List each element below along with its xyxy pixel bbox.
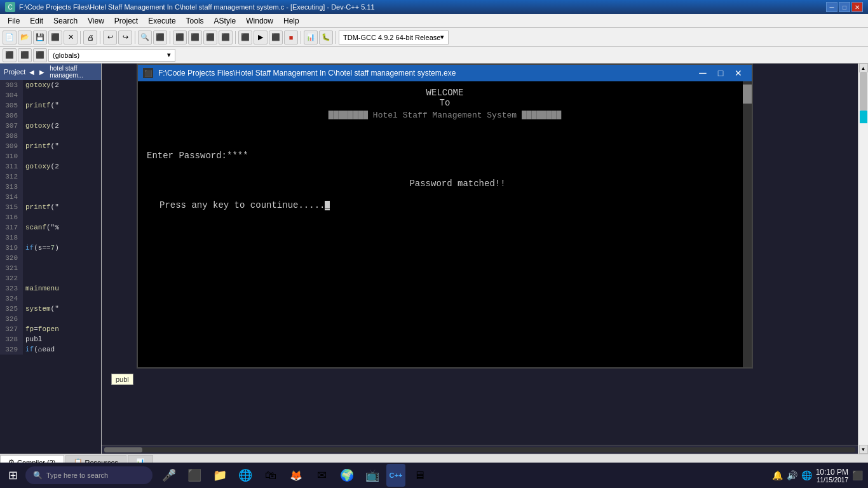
code-line-307: 307gotoxy(2 bbox=[0, 121, 101, 131]
profile-icon[interactable]: 📊 bbox=[304, 30, 318, 44]
find-icon[interactable]: 🔍 bbox=[138, 30, 152, 44]
menu-file[interactable]: File bbox=[3, 14, 25, 27]
new-file-icon[interactable]: 📄 bbox=[3, 30, 17, 44]
console-minimize-btn[interactable]: ─ bbox=[695, 67, 711, 79]
run-icon[interactable]: ▶ bbox=[254, 30, 268, 44]
taskbar-app-edge[interactable]: 🌐 bbox=[234, 464, 257, 487]
taskbar-app-mail[interactable]: ✉ bbox=[310, 464, 333, 487]
notification-icon[interactable]: 🔔 bbox=[772, 470, 783, 480]
scroll-down-arrow[interactable]: ▼ bbox=[859, 445, 868, 454]
open-file-icon[interactable]: 📂 bbox=[18, 30, 32, 44]
watch-icon[interactable]: ⬛ bbox=[33, 48, 47, 62]
console-close-btn[interactable]: ✕ bbox=[730, 67, 747, 79]
console-app-icon: ⬛ bbox=[143, 68, 153, 78]
action-center-icon[interactable]: ⬛ bbox=[852, 470, 863, 480]
close-button[interactable]: ✕ bbox=[851, 2, 863, 12]
menu-window[interactable]: Window bbox=[241, 14, 278, 27]
taskbar-app-store[interactable]: 🛍 bbox=[259, 464, 282, 487]
start-button[interactable]: ⊞ bbox=[0, 463, 25, 488]
project-label: Project bbox=[4, 68, 25, 76]
taskbar-app-media[interactable]: 📺 bbox=[361, 464, 384, 487]
toggle2-icon[interactable]: ⬛ bbox=[219, 30, 233, 44]
code-line-310: 310 bbox=[0, 151, 101, 161]
debug-toggle-icon[interactable]: ⬛ bbox=[18, 48, 32, 62]
code-line-317: 317scanf("% bbox=[0, 222, 101, 233]
taskbar-app-explorer[interactable]: 📁 bbox=[208, 464, 231, 487]
taskbar-app-firefox[interactable]: 🦊 bbox=[285, 464, 308, 487]
globals-dropdown-arrow: ▾ bbox=[167, 51, 171, 59]
scroll-track[interactable] bbox=[860, 72, 867, 445]
secondary-toolbar: ⬛ ⬛ ⬛ (globals) ▾ bbox=[0, 47, 868, 64]
taskbar-app-devpp[interactable]: C++ bbox=[386, 464, 405, 487]
volume-icon[interactable]: 🔊 bbox=[787, 470, 797, 480]
undo-icon[interactable]: ↩ bbox=[103, 30, 117, 44]
code-line-309: 309printf(" bbox=[0, 141, 101, 151]
code-line-321: 321 bbox=[0, 263, 101, 273]
menu-view[interactable]: View bbox=[83, 14, 109, 27]
scroll-up-arrow[interactable]: ▲ bbox=[859, 64, 868, 72]
class-browser-icon[interactable]: ⬛ bbox=[3, 48, 17, 62]
toolbar-sep-7 bbox=[336, 31, 336, 44]
console-welcome-1: WELCOME To ████████ Hotel Staff Manageme… bbox=[147, 88, 743, 120]
clock-time: 10:10 PM bbox=[816, 468, 848, 477]
taskbar-app-cortana[interactable]: 🎤 bbox=[158, 464, 180, 487]
taskbar-right: 🔔 🔊 🌐 10:10 PM 11/15/2017 ⬛ bbox=[772, 468, 868, 484]
menu-edit[interactable]: Edit bbox=[25, 14, 48, 27]
compile-run-icon[interactable]: ⬛ bbox=[269, 30, 283, 44]
code-line-329: 329if(⌂ead bbox=[0, 344, 101, 355]
compile-icon[interactable]: ⬛ bbox=[238, 30, 252, 44]
menu-project[interactable]: Project bbox=[109, 14, 143, 27]
editor-hscroll[interactable] bbox=[102, 445, 858, 454]
replace-icon[interactable]: ⬛ bbox=[153, 30, 167, 44]
taskbar-apps: 🎤 ⬛ 📁 🌐 🛍 🦊 ✉ 🌍 📺 C++ 🖥 bbox=[158, 464, 772, 487]
code-line-304: 304 bbox=[0, 90, 101, 100]
console-scrollbar[interactable] bbox=[743, 81, 752, 367]
code-area-left: 303gotoxy(2 304 305printf(" 306 307gotox… bbox=[0, 80, 101, 454]
welcome-line1: WELCOME bbox=[147, 88, 743, 98]
debug-icon[interactable]: 🐛 bbox=[319, 30, 333, 44]
menu-astyle[interactable]: AStyle bbox=[209, 14, 241, 27]
network-icon[interactable]: 🌐 bbox=[801, 470, 812, 480]
menu-execute[interactable]: Execute bbox=[143, 14, 180, 27]
toggle-icon[interactable]: ⬛ bbox=[203, 30, 217, 44]
taskbar: ⊞ 🔍 Type here to search 🎤 ⬛ 📁 🌐 🛍 🦊 ✉ 🌍 … bbox=[0, 463, 868, 488]
project-nav-right[interactable]: ▶ bbox=[38, 69, 46, 76]
code-line-324: 324 bbox=[0, 294, 101, 304]
welcome-line2: To bbox=[147, 98, 743, 108]
code-line-320: 320 bbox=[0, 253, 101, 263]
indent-icon[interactable]: ⬛ bbox=[173, 30, 187, 44]
code-line-325: 325system(" bbox=[0, 304, 101, 314]
stop-icon[interactable]: ■ bbox=[284, 30, 298, 44]
close-icon[interactable]: ✕ bbox=[64, 30, 78, 44]
unindent-icon[interactable]: ⬛ bbox=[188, 30, 202, 44]
taskbar-app-taskview[interactable]: ⬛ bbox=[183, 464, 206, 487]
welcome-line3: ████████ Hotel Staff Management System █… bbox=[147, 111, 743, 120]
project-nav-left[interactable]: ◀ bbox=[28, 69, 36, 76]
console-title-bar: ⬛ F:\Code Projects Files\Hotel Staff Man… bbox=[138, 65, 752, 81]
clock[interactable]: 10:10 PM 11/15/2017 bbox=[816, 468, 848, 484]
console-maximize-btn[interactable]: □ bbox=[712, 67, 729, 79]
taskbar-app-chrome[interactable]: 🌍 bbox=[336, 464, 358, 487]
console-press-key: Press any key to countinue....._ bbox=[147, 200, 743, 210]
menu-tools[interactable]: Tools bbox=[181, 14, 209, 27]
maximize-button[interactable]: □ bbox=[839, 2, 850, 12]
code-line-308: 308 bbox=[0, 131, 101, 141]
toolbar-sep-5 bbox=[235, 31, 236, 44]
cursor-blink: _ bbox=[325, 201, 330, 210]
menu-help[interactable]: Help bbox=[278, 14, 304, 27]
code-line-314: 314 bbox=[0, 192, 101, 202]
code-line-313: 313 bbox=[0, 182, 101, 192]
save-icon[interactable]: 💾 bbox=[33, 30, 47, 44]
globals-dropdown[interactable]: (globals) ▾ bbox=[48, 49, 175, 62]
project-filename: hotel staff managem... bbox=[50, 65, 97, 79]
save-all-icon[interactable]: ⬛ bbox=[48, 30, 62, 44]
compiler-dropdown[interactable]: TDM-GCC 4.9.2 64-bit Release ▾ bbox=[339, 30, 449, 44]
search-bar[interactable]: 🔍 Type here to search bbox=[25, 466, 153, 484]
redo-icon[interactable]: ↪ bbox=[118, 30, 132, 44]
taskbar-app-monitor[interactable]: 🖥 bbox=[408, 464, 431, 487]
minimize-button[interactable]: ─ bbox=[826, 2, 837, 12]
menu-search[interactable]: Search bbox=[48, 14, 83, 27]
code-line-328: 328 publ bbox=[0, 334, 101, 344]
console-spacer2 bbox=[147, 161, 743, 179]
print-icon[interactable]: 🖨 bbox=[83, 30, 97, 44]
